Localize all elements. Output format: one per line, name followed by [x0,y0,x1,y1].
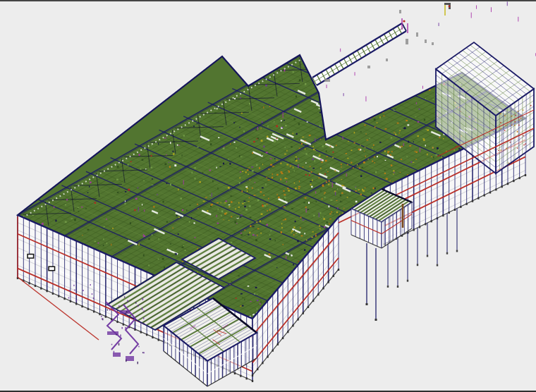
structural-model-canvas[interactable] [0,0,536,392]
window-frame-top-edge [0,0,536,1]
model-viewport[interactable] [0,0,536,392]
